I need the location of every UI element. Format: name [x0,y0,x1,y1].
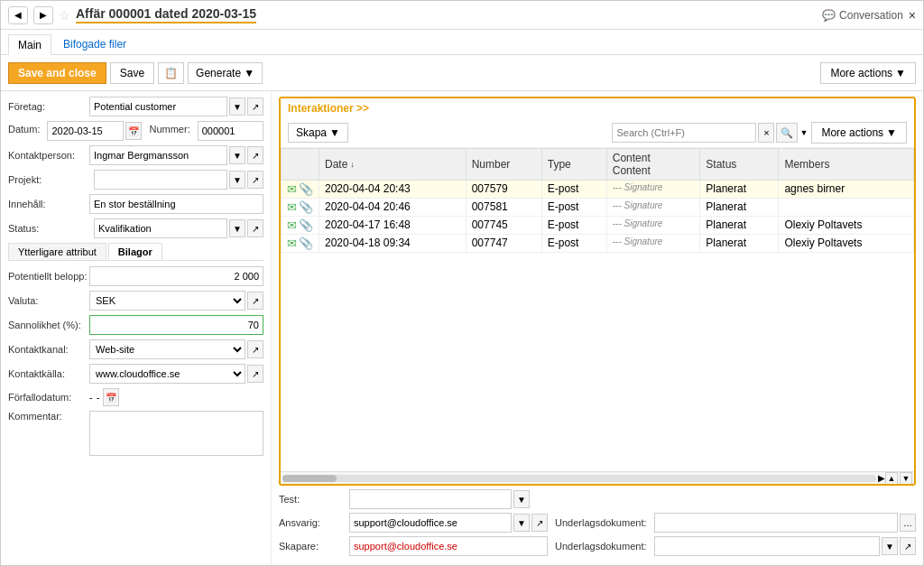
contact-input[interactable] [89,145,227,165]
tab-attachments[interactable]: Bifogade filer [53,33,136,54]
scroll-up-btn[interactable]: ▲ [885,472,898,485]
th-type[interactable]: Type [541,149,606,181]
close-button[interactable]: × [909,8,916,23]
ansvarig-dropdown-btn[interactable]: ▼ [513,514,530,532]
valuta-link-btn[interactable]: ↗ [247,292,263,310]
th-number[interactable]: Number [466,149,541,181]
search-input[interactable] [612,123,756,143]
status-input[interactable] [94,218,227,238]
email-icon: ✉ [287,237,297,250]
kontaktkanal-link-btn[interactable]: ↗ [247,340,263,358]
th-status[interactable]: Status [700,149,779,181]
status-dropdown-btn[interactable]: ▼ [229,219,245,237]
table-row[interactable]: ✉ 📎 2020-04-04 20:43 007579 E-post --- S… [282,181,914,199]
kontaktkalla-select[interactable]: www.cloudoffice.se [89,364,245,384]
contact-link-btn[interactable]: ↗ [247,146,263,164]
underlag1-browse-btn[interactable]: … [900,514,916,532]
search-dropdown-icon[interactable]: ▼ [799,128,808,137]
status-group: ▼ ↗ [94,218,263,238]
valuta-select[interactable]: SEK [89,291,245,311]
create-label: Skapa [296,126,327,139]
more-actions-button[interactable]: More actions ▼ [820,62,916,84]
forward-button[interactable]: ▶ [33,6,53,24]
th-content[interactable]: Content Content [606,149,700,181]
test-dropdown-btn[interactable]: ▼ [513,490,530,508]
contact-dropdown-btn[interactable]: ▼ [229,146,245,164]
inner-tab-bilagor[interactable]: Bilagor [108,243,162,260]
row-signature: --- Signature [613,237,695,246]
generate-button[interactable]: Generate ▼ [188,62,263,84]
th-members[interactable]: Members [779,149,914,181]
scroll-down-btn[interactable]: ▼ [900,472,912,485]
left-panel: Företag: ▼ ↗ Datum: 📅 Nummer: Kontaktper… [1,91,272,565]
ansvarig-label: Ansvarig: [279,517,342,528]
search-clear-button[interactable]: × [758,123,774,143]
ansvarig-link-btn[interactable]: ↗ [531,514,548,532]
innehall-label: Innehåll: [8,199,89,209]
underlag2-dropdown-btn[interactable]: ▼ [882,537,898,555]
scrollbar-thumb[interactable] [282,475,337,482]
company-input[interactable] [89,97,227,116]
company-link-btn[interactable]: ↗ [247,97,263,116]
th-date[interactable]: Date ↓ [319,149,467,181]
contact-label: Kontaktperson: [8,150,89,161]
interactions-title[interactable]: Interaktioner >> [288,102,369,115]
tab-main[interactable]: Main [8,34,51,55]
row-number-cell: 007581 [466,199,541,217]
skapare-input[interactable] [349,536,548,556]
table-row[interactable]: ✉ 📎 2020-04-04 20:46 007581 E-post --- S… [282,199,914,217]
back-button[interactable]: ◀ [8,6,28,24]
save-button[interactable]: Save [110,62,154,84]
interactions-more-arrow-icon: ▼ [886,126,897,139]
star-icon[interactable]: ☆ [59,8,70,23]
table-row[interactable]: ✉ 📎 2020-04-18 09:34 007747 E-post --- S… [282,235,914,253]
valuta-label: Valuta: [8,295,89,306]
scrollbar-track[interactable] [282,475,876,482]
kontaktkalla-label: Kontaktkälla: [8,368,89,379]
inner-tab-attributes[interactable]: Ytterligare attribut [8,243,106,260]
underlag2-link-btn[interactable]: ↗ [900,537,916,555]
projekt-group: ▼ ↗ [94,170,263,190]
search-go-button[interactable]: 🔍 [776,123,798,143]
forfallodatum-calendar-btn[interactable]: 📅 [103,388,119,406]
members-col-label: Members [784,158,829,171]
company-row: Företag: ▼ ↗ [8,97,263,116]
status-link-btn[interactable]: ↗ [247,219,263,237]
datum-input[interactable] [47,121,124,141]
underlag2-input[interactable] [654,536,880,556]
kontaktkanal-select[interactable]: Web-site [89,339,245,359]
interactions-more-actions-button[interactable]: More actions ▼ [811,122,907,144]
save-close-button[interactable]: Save and close [8,62,106,84]
kontaktkalla-link-btn[interactable]: ↗ [247,365,263,383]
innehall-input[interactable] [89,194,263,214]
projekt-dropdown-btn[interactable]: ▼ [229,171,245,189]
create-button[interactable]: Skapa ▼ [288,123,348,143]
underlag1-input[interactable] [654,513,898,533]
test-input[interactable] [349,489,512,509]
company-dropdown-btn[interactable]: ▼ [229,97,245,116]
nummer-input[interactable] [198,121,263,141]
valuta-group: SEK ↗ [89,291,263,311]
kontaktkalla-group: www.cloudoffice.se ↗ [89,364,263,384]
row-status-cell: Planerat [700,217,779,235]
datum-calendar-btn[interactable]: 📅 [125,122,142,140]
ansvarig-group: ▼ ↗ [349,513,548,533]
sannolikhet-input[interactable] [89,315,263,335]
ansvarig-input[interactable] [349,513,512,533]
table-row[interactable]: ✉ 📎 2020-04-17 16:48 007745 E-post --- S… [282,217,914,235]
horizontal-scrollbar[interactable]: ▶ ▲ ▼ [281,471,914,484]
row-status-cell: Planerat [700,235,779,253]
projekt-link-btn[interactable]: ↗ [247,171,263,189]
projekt-input[interactable] [94,170,227,190]
title-left: ◀ ▶ ☆ Affär 000001 dated 2020-03-15 [8,6,256,24]
scroll-right-icon[interactable]: ▶ [878,473,885,483]
kommentar-textarea[interactable] [89,411,263,456]
row-content-cell: --- Signature [606,181,700,199]
conversation-button[interactable]: 💬 Conversation [822,9,903,22]
row-signature: --- Signature [613,200,695,210]
table-header-row: Date ↓ Number Type Content Content [282,149,914,181]
copy-button[interactable]: 📋 [158,62,184,84]
potentiellt-input[interactable] [89,266,263,286]
row-signature: --- Signature [613,218,695,228]
row-status-cell: Planerat [700,199,779,217]
